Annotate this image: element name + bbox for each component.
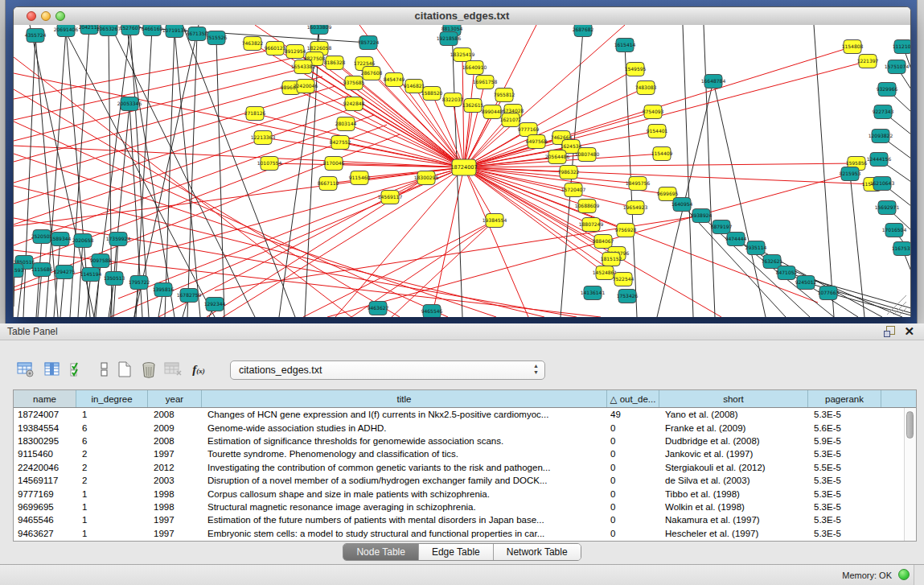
graph-node[interactable]: 1815152 [601, 253, 622, 266]
graph-node[interactable]: 20053346 [117, 97, 142, 111]
graph-node[interactable]: 8938924 [691, 209, 713, 223]
graph-node[interactable]: 8912954 [285, 45, 306, 59]
graph-node[interactable]: 15720407 [561, 183, 586, 197]
close-panel-icon[interactable]: ✕ [904, 324, 914, 339]
graph-node[interactable]: 9474444 [725, 233, 747, 246]
graph-node[interactable]: 17016504 [882, 224, 907, 237]
window-titlebar[interactable]: citations_edges.txt [14, 7, 910, 26]
graph-node[interactable]: 1292344 [204, 298, 226, 311]
table-row[interactable]: 1872400712008Changes of HCN gene express… [14, 408, 905, 421]
graph-node[interactable]: 10719135 [162, 25, 187, 38]
graph-node[interactable]: 9756928 [615, 224, 637, 237]
graph-node[interactable]: 20564486 [545, 150, 570, 164]
graph-node[interactable]: 10688609 [575, 200, 600, 213]
graph-node[interactable]: 7986322 [558, 166, 580, 179]
network-canvas[interactable]: 1872400718300295193845547463822966012389… [14, 25, 910, 317]
graph-node[interactable]: 19218586 [437, 32, 462, 46]
graph-node[interactable]: 9329966 [877, 83, 898, 97]
graph-node[interactable]: 12444156 [867, 153, 892, 167]
graph-node[interactable]: 18300295 [414, 171, 439, 185]
select-columns-icon[interactable] [41, 357, 64, 381]
graph-node[interactable]: 8454749 [384, 73, 405, 87]
graph-node[interactable]: 1077663 [818, 286, 840, 300]
function-builder-icon[interactable]: f(x) [187, 357, 210, 381]
table-vertical-scrollbar[interactable] [904, 408, 916, 541]
graph-node[interactable]: 9463627 [368, 302, 389, 315]
graph-node[interactable]: 8471052 [776, 266, 798, 280]
network-graph[interactable]: 1872400718300295193845547463822966012389… [14, 25, 910, 317]
row-checks-icon[interactable] [66, 357, 88, 381]
graph-node[interactable]: 7857224 [358, 36, 380, 50]
graph-node[interactable]: 6879197 [711, 220, 733, 234]
graph-node[interactable]: 1549595 [625, 63, 647, 76]
graph-node[interactable]: 1395816 [153, 283, 175, 297]
graph-node[interactable]: 20691406 [54, 25, 79, 37]
table-row[interactable]: 1456911722003Disruption of a novel membe… [14, 474, 905, 487]
tab-network-table[interactable]: Network Table [494, 544, 581, 560]
graph-node[interactable]: 19384554 [483, 214, 507, 228]
graph-node[interactable]: 19654923 [623, 201, 648, 215]
graph-node[interactable]: 8215953 [840, 167, 861, 181]
graph-node[interactable]: 14569117 [378, 191, 403, 204]
graph-node[interactable]: 1145194 [80, 268, 102, 282]
graph-node[interactable]: 1154808 [842, 40, 864, 54]
graph-node[interactable]: 6671358 [187, 27, 208, 41]
compact-view-icon[interactable] [93, 357, 116, 381]
scrollbar-thumb[interactable] [906, 411, 914, 439]
graph-node[interactable]: 9465546 [421, 305, 443, 318]
column-header[interactable]: short [659, 390, 808, 407]
graph-node[interactable]: 1221397 [857, 55, 879, 68]
graph-node[interactable]: 7515526 [206, 31, 228, 45]
column-header[interactable]: in_degree [76, 390, 148, 407]
graph-node[interactable]: 2935114 [745, 241, 767, 255]
graph-node[interactable]: 4355724 [25, 29, 47, 43]
graph-node[interactable]: 1753426 [617, 290, 639, 303]
graph-node[interactable]: 9154401 [647, 125, 668, 138]
graph-node[interactable]: 16648784 [701, 75, 726, 89]
table-settings-icon[interactable] [14, 357, 37, 381]
graph-node[interactable]: 16033809 [307, 25, 332, 35]
float-panel-icon[interactable] [884, 326, 895, 336]
graph-node[interactable]: 12213363 [251, 131, 276, 145]
column-header[interactable]: △ out_de... [607, 390, 659, 407]
graph-node[interactable]: 1527607 [120, 25, 142, 35]
table-row[interactable]: 2242004622012Investigating the contribut… [14, 461, 905, 474]
graph-node[interactable]: 10653267 [97, 25, 121, 36]
graph-node[interactable]: 1362615 [462, 99, 484, 113]
graph-node[interactable]: 9097588 [90, 254, 112, 268]
table-row[interactable]: 946554611997Estimation of the future num… [14, 513, 905, 526]
graph-node[interactable]: 8754093 [643, 105, 664, 119]
graph-node[interactable]: 18807249 [579, 218, 604, 232]
graph-node[interactable]: 2687682 [573, 25, 594, 37]
table-row[interactable]: 911546021997Tourette syndrome. Phenomeno… [14, 447, 905, 460]
graph-node[interactable]: 2867608 [361, 67, 383, 80]
graph-node[interactable]: 9777169 [518, 123, 540, 137]
graph-node[interactable]: 7463822 [242, 37, 264, 51]
tab-node-table[interactable]: Node Table [343, 544, 419, 560]
graph-node[interactable]: 12093822 [869, 130, 893, 143]
table-row[interactable]: 946362711997Embryonic stem cells: a mode… [14, 527, 905, 540]
table-row[interactable]: 1830029562008Estimation of significance … [14, 435, 905, 447]
graph-node[interactable]: 9245012 [795, 276, 817, 290]
column-header[interactable]: name [14, 390, 76, 407]
graph-node[interactable]: 1154409 [651, 147, 673, 161]
graph-node[interactable]: 14136141 [581, 286, 606, 300]
graph-node[interactable]: 18325419 [450, 48, 475, 62]
graph-node[interactable]: 1115686 [31, 263, 53, 277]
graph-node[interactable]: 1112104 [893, 40, 910, 54]
graph-node[interactable]: 16543382 [291, 60, 316, 74]
table-selector-dropdown[interactable]: citations_edges.txt ▲▼ [230, 360, 545, 380]
graph-node[interactable]: 6466160 [142, 25, 163, 36]
new-document-icon[interactable] [113, 357, 136, 381]
graph-node[interactable]: 1167535 [892, 242, 910, 256]
graph-node[interactable]: 8322037 [442, 93, 464, 107]
graph-node[interactable]: 8186328 [324, 56, 346, 70]
graph-node[interactable]: 2020658 [72, 234, 94, 248]
graph-node[interactable]: 1588520 [421, 87, 443, 101]
graph-node[interactable]: 16210643 [870, 177, 895, 191]
graph-node[interactable]: 18495756 [626, 177, 651, 191]
graph-node[interactable]: 1294275 [54, 266, 76, 279]
graph-node[interactable]: 10107554 [257, 157, 282, 171]
graph-node[interactable]: 22420046 [294, 80, 318, 93]
graph-node[interactable]: 15692971 [875, 201, 900, 215]
